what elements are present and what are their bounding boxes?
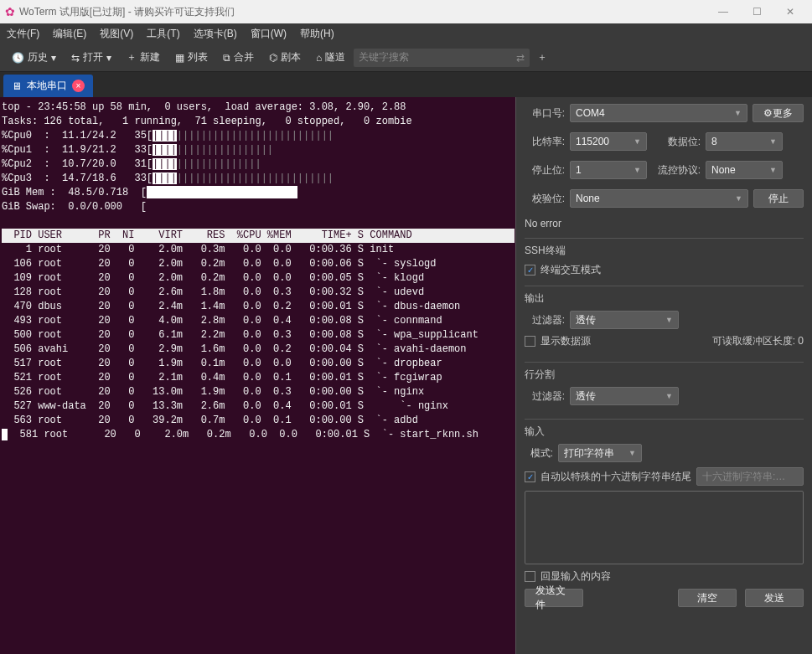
- process-row: 493 root 20 0 4.0m 2.8m 0.0 0.4 0:00.08 …: [2, 315, 442, 327]
- menu-file[interactable]: 文件(F): [7, 27, 39, 41]
- process-row: 128 root 20 0 2.6m 1.8m 0.0 0.3 0:00.32 …: [2, 286, 424, 298]
- more-button[interactable]: ⚙ 更多: [753, 104, 804, 122]
- process-row: 109 root 20 0 2.0m 0.2m 0.0 0.0 0:00.05 …: [2, 272, 424, 284]
- port-select[interactable]: COM4▼: [570, 104, 747, 122]
- process-row: 506 avahi 20 0 2.9m 1.6m 0.0 0.2 0:00.04…: [2, 343, 467, 355]
- toolbar-plus-button[interactable]: ＋: [531, 48, 553, 67]
- search-input[interactable]: 关键字搜索 ⇄: [354, 49, 530, 67]
- app-icon: ✿: [5, 5, 15, 18]
- window-title: WoTerm 试用版[已过期] - 请购买许可证支持我们: [19, 5, 235, 19]
- new-button[interactable]: ＋ 新建: [120, 47, 167, 68]
- process-row: 1 root 20 0 2.0m 0.3m 0.0 0.0 0:00.36 S …: [2, 244, 394, 255]
- close-button[interactable]: ✕: [773, 0, 807, 23]
- tabbar: 🖥 本地串口 ×: [0, 72, 812, 97]
- menu-view[interactable]: 视图(V): [100, 27, 133, 41]
- check-select[interactable]: None▼: [570, 189, 748, 208]
- filter-label: 过滤器:: [525, 313, 565, 327]
- side-panel: 串口号: COM4▼ ⚙ 更多 比特率: 115200▼ 数据位: 8▼ 停止位…: [515, 97, 812, 654]
- menu-tools[interactable]: 工具(T): [147, 27, 179, 41]
- checkbox-icon: [525, 265, 535, 276]
- terminal[interactable]: top - 23:45:58 up 58 min, 0 users, load …: [0, 97, 515, 654]
- show-source-checkbox[interactable]: 显示数据源: [525, 334, 591, 348]
- stop-button[interactable]: 停止: [753, 189, 804, 208]
- echo-checkbox[interactable]: 回显输入的内容: [525, 569, 804, 584]
- process-row: 526 root 20 0 13.0m 1.9m 0.0 0.3 0:00.00…: [2, 386, 424, 398]
- send-textarea[interactable]: [525, 491, 804, 564]
- hex-suffix-checkbox[interactable]: 自动以特殊的十六进制字符串结尾: [525, 470, 691, 484]
- process-row: 581 root 20 0 2.0m 0.2m 0.0 0.0 0:00.01 …: [8, 429, 478, 440]
- output-filter-select[interactable]: 透传▼: [570, 311, 679, 329]
- databits-select[interactable]: 8▼: [706, 132, 783, 151]
- process-row: 106 root 20 0 2.0m 0.2m 0.0 0.0 0:00.06 …: [2, 258, 436, 270]
- script-button[interactable]: ⌬ 剧本: [262, 47, 308, 68]
- tab-label: 本地串口: [27, 79, 67, 93]
- checkbox-icon: [525, 336, 535, 347]
- process-row: 563 root 20 0 39.2m 0.7m 0.0 0.1 0:00.00…: [2, 415, 418, 426]
- tab-serial[interactable]: 🖥 本地串口 ×: [3, 75, 93, 97]
- menu-window[interactable]: 窗口(W): [251, 27, 287, 41]
- maximize-button[interactable]: ☐: [740, 0, 773, 23]
- mode-label: 模式:: [525, 446, 553, 461]
- output-section-title: 输出: [525, 291, 804, 306]
- history-button[interactable]: 🕓 历史 ▾: [5, 47, 63, 68]
- buffer-length-value: 0: [798, 335, 804, 347]
- input-section-title: 输入: [525, 425, 804, 439]
- menubar: 文件(F) 编辑(E) 视图(V) 工具(T) 选项卡(B) 窗口(W) 帮助(…: [0, 23, 812, 44]
- port-label: 串口号:: [525, 106, 565, 121]
- checkbox-icon: [525, 471, 535, 482]
- process-row: 500 root 20 0 6.1m 2.2m 0.0 0.3 0:00.08 …: [2, 329, 478, 341]
- minimize-button[interactable]: —: [706, 0, 740, 23]
- process-header: PID USER PR NI VIRT RES %CPU %MEM TIME+ …: [2, 229, 515, 243]
- process-row: 527 www-data 20 0 13.3m 2.6m 0.0 0.4 0:0…: [2, 400, 448, 412]
- hex-suffix-input[interactable]: 十六进制字符串:…: [696, 467, 804, 486]
- menu-tabs[interactable]: 选项卡(B): [194, 27, 237, 41]
- toolbar: 🕓 历史 ▾ ⇆ 打开 ▾ ＋ 新建 ▦ 列表 ⧉ 合并 ⌬ 剧本 ⌂ 隧道 关…: [0, 44, 812, 72]
- split-filter-select[interactable]: 透传▼: [570, 387, 679, 405]
- list-button[interactable]: ▦ 列表: [168, 47, 215, 68]
- process-row: 517 root 20 0 1.9m 0.1m 0.0 0.0 0:00.00 …: [2, 358, 442, 369]
- flow-label: 流控协议:: [652, 163, 701, 178]
- status-text: No error: [525, 218, 804, 229]
- mode-select[interactable]: 打印字符串▼: [558, 444, 642, 462]
- monitor-icon: 🖥: [12, 80, 22, 92]
- flow-select[interactable]: None▼: [706, 161, 783, 179]
- merge-button[interactable]: ⧉ 合并: [216, 47, 261, 68]
- process-row: 470 dbus 20 0 2.4m 1.4m 0.0 0.2 0:00.01 …: [2, 301, 460, 312]
- baud-select[interactable]: 115200▼: [570, 132, 647, 151]
- menu-help[interactable]: 帮助(H): [300, 27, 334, 41]
- split-filter-label: 过滤器:: [525, 389, 565, 404]
- titlebar: ✿ WoTerm 试用版[已过期] - 请购买许可证支持我们 — ☐ ✕: [0, 0, 812, 23]
- stopbits-select[interactable]: 1▼: [570, 161, 647, 179]
- buffer-length-label: 可读取缓冲区长度:: [712, 335, 795, 347]
- tunnel-button[interactable]: ⌂ 隧道: [309, 47, 352, 68]
- baud-label: 比特率:: [525, 135, 565, 149]
- check-label: 校验位:: [525, 192, 565, 206]
- clear-button[interactable]: 清空: [678, 589, 737, 607]
- process-row: 521 root 20 0 2.1m 0.4m 0.0 0.1 0:00.01 …: [2, 372, 442, 384]
- databits-label: 数据位:: [652, 135, 701, 149]
- ssh-interactive-checkbox[interactable]: 终端交互模式: [525, 263, 804, 277]
- menu-edit[interactable]: 编辑(E): [53, 27, 86, 41]
- open-button[interactable]: ⇆ 打开 ▾: [65, 47, 118, 68]
- split-section-title: 行分割: [525, 368, 804, 382]
- tab-close-button[interactable]: ×: [72, 80, 85, 92]
- swap-icon: ⇄: [516, 52, 525, 64]
- ssh-section-title: SSH终端: [525, 244, 804, 258]
- checkbox-icon: [525, 571, 535, 582]
- stopbits-label: 停止位:: [525, 163, 565, 178]
- send-file-button[interactable]: 发送文件: [525, 589, 583, 607]
- send-button[interactable]: 发送: [745, 589, 804, 607]
